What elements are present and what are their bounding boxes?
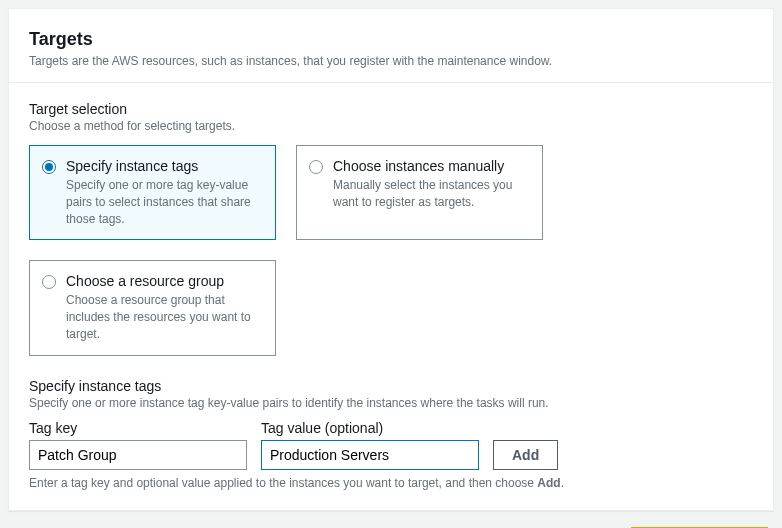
specify-tags-description: Specify one or more instance tag key-val… [29, 396, 753, 410]
tag-inputs-row: Tag key Tag value (optional) Add [29, 420, 753, 470]
divider [9, 82, 773, 83]
hint-bold: Add [537, 476, 560, 490]
target-selection-heading: Target selection [29, 101, 753, 117]
radio-description: Choose a resource group that includes th… [66, 292, 263, 342]
tag-value-label: Tag value (optional) [261, 420, 479, 436]
add-button[interactable]: Add [493, 440, 558, 470]
tag-key-input[interactable] [29, 440, 247, 470]
tag-value-input[interactable] [261, 440, 479, 470]
radio-title: Choose instances manually [333, 158, 530, 174]
hint-prefix: Enter a tag key and optional value appli… [29, 476, 537, 490]
radio-description: Manually select the instances you want t… [333, 177, 530, 211]
radio-choose-resource-group[interactable]: Choose a resource group Choose a resourc… [29, 260, 276, 355]
target-selection-description: Choose a method for selecting targets. [29, 119, 753, 133]
radio-specify-instance-tags[interactable]: Specify instance tags Specify one or mor… [29, 145, 276, 240]
tag-key-field: Tag key [29, 420, 247, 470]
radio-icon [42, 275, 56, 289]
tag-hint: Enter a tag key and optional value appli… [29, 476, 753, 490]
radio-title: Choose a resource group [66, 273, 263, 289]
radio-icon [42, 160, 56, 174]
specify-tags-heading: Specify instance tags [29, 378, 753, 394]
tag-value-field: Tag value (optional) [261, 420, 479, 470]
radio-icon [309, 160, 323, 174]
tag-key-label: Tag key [29, 420, 247, 436]
radio-description: Specify one or more tag key-value pairs … [66, 177, 263, 227]
radio-title: Specify instance tags [66, 158, 263, 174]
hint-suffix: . [561, 476, 564, 490]
target-selection-group: Specify instance tags Specify one or mor… [29, 145, 753, 356]
footer-actions: Cancel Register target [8, 511, 774, 528]
add-button-col: Add [493, 440, 558, 470]
radio-choose-instances-manually[interactable]: Choose instances manually Manually selec… [296, 145, 543, 240]
panel-description: Targets are the AWS resources, such as i… [29, 54, 753, 68]
targets-panel: Targets Targets are the AWS resources, s… [8, 8, 774, 511]
panel-title: Targets [29, 29, 753, 50]
